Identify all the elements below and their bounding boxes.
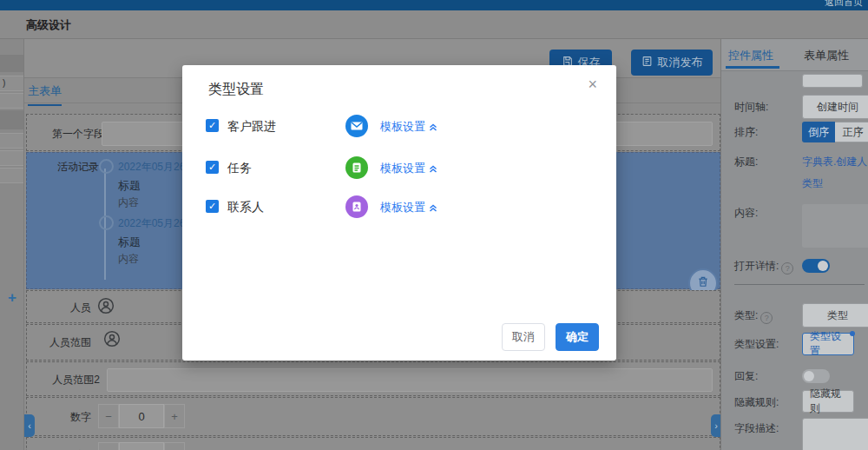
- sort-asc-button[interactable]: 正序: [835, 122, 868, 142]
- stepper-value[interactable]: 0: [119, 442, 164, 450]
- tab-control-properties[interactable]: 控件属性: [728, 48, 773, 63]
- field-label: 数字: [39, 410, 91, 425]
- active-tab-underline: [726, 66, 779, 69]
- help-icon: ?: [781, 262, 793, 275]
- type-item-label: 任务: [227, 161, 252, 176]
- template-settings-link[interactable]: 模板设置: [380, 200, 438, 215]
- field-label: 人员范围2: [39, 373, 100, 387]
- panel-tabs: 控件属性 表单属性: [721, 39, 868, 71]
- type-select[interactable]: 类型: [802, 303, 868, 328]
- title-field-label: 标题:: [734, 155, 758, 169]
- stepper-plus-button[interactable]: +: [164, 404, 185, 428]
- type-item-customer-followup: ✓ 客户跟进 模板设置: [182, 115, 616, 137]
- cancel-publish-button[interactable]: 取消发布: [631, 50, 713, 76]
- field-desc-textarea[interactable]: [802, 418, 868, 450]
- hide-rule-button[interactable]: 隐藏规则: [802, 390, 854, 413]
- component-item[interactable]: [0, 150, 24, 166]
- page-title: 高级设计: [26, 17, 71, 33]
- confirm-button[interactable]: 确定: [556, 323, 599, 351]
- document-icon: [641, 56, 653, 69]
- open-detail-toggle[interactable]: [802, 259, 830, 273]
- type-item-label: 联系人: [227, 200, 264, 215]
- title-link-dict-creator[interactable]: 字典表.创建人: [802, 155, 867, 169]
- sort-segmented-control: 倒序 正序: [802, 122, 868, 142]
- type-setting-label: 类型设置:: [734, 337, 779, 352]
- component-item[interactable]: ): [0, 76, 24, 91]
- chevron-double-up-icon: [428, 163, 438, 174]
- stepper-plus-button[interactable]: +: [164, 442, 185, 450]
- tab-form-properties[interactable]: 表单属性: [804, 48, 849, 63]
- type-item-task: ✓ 任务 模板设置: [182, 156, 616, 179]
- timeline-select[interactable]: 创建时间: [802, 95, 868, 119]
- badge-dot: [850, 331, 855, 336]
- contact-icon: [345, 195, 368, 218]
- mail-icon: [345, 115, 368, 137]
- hide-rule-label: 隐藏规则:: [734, 395, 779, 410]
- field-label: 第一个字段: [39, 127, 104, 142]
- timeline-dot: [99, 159, 114, 174]
- help-icon: ?: [760, 312, 773, 324]
- stepper-value[interactable]: 0: [119, 404, 164, 428]
- timeline-dot: [99, 215, 114, 230]
- reply-label: 回复:: [734, 369, 758, 384]
- stepper-minus-button[interactable]: −: [98, 442, 119, 450]
- checkbox-checked[interactable]: ✓: [206, 119, 219, 132]
- content-field-label: 内容:: [734, 206, 758, 221]
- sort-label: 排序:: [734, 125, 758, 140]
- timeline-title: 标题: [118, 235, 141, 250]
- page-header: 高级设计: [0, 10, 868, 39]
- stepper-minus-button[interactable]: −: [98, 404, 119, 428]
- add-component-button[interactable]: +: [8, 289, 16, 307]
- content-textarea[interactable]: [802, 204, 868, 248]
- sidebar-highlight-row[interactable]: [0, 110, 24, 129]
- type-setting-button[interactable]: 类型设置: [802, 333, 854, 355]
- timeline-content: 内容: [118, 252, 139, 267]
- text-input[interactable]: [107, 368, 713, 392]
- reply-toggle[interactable]: [802, 369, 830, 383]
- type-settings-dialog: 类型设置 × ✓ 客户跟进 模板设置 ✓ 任务 模板设置: [182, 65, 616, 361]
- clipped-control[interactable]: [802, 74, 863, 88]
- open-detail-label: 打开详情:?: [734, 259, 793, 275]
- type-item-contact: ✓ 联系人 模板设置: [182, 195, 616, 218]
- checkbox-checked[interactable]: ✓: [206, 161, 219, 174]
- field-row-number[interactable]: 数字 − 0 +: [26, 397, 720, 436]
- checkbox-checked[interactable]: ✓: [206, 200, 219, 213]
- tab-main-form[interactable]: 主表单: [28, 83, 62, 106]
- sidebar-highlight-row[interactable]: [0, 55, 24, 72]
- collapse-left-handle[interactable]: ‹: [24, 414, 35, 437]
- properties-panel: 控件属性 表单属性 时间轴: 创建时间 排序: 倒序 正序 标题: 字典表.创建…: [720, 39, 868, 450]
- panel-divider: [734, 284, 865, 285]
- close-icon[interactable]: ×: [588, 76, 597, 94]
- type-field-label: 类型:?: [734, 308, 773, 324]
- timeline-title: 标题: [118, 178, 141, 194]
- person-avatar-icon[interactable]: [97, 297, 115, 314]
- chevron-double-up-icon: [428, 202, 438, 213]
- type-item-label: 客户跟进: [227, 119, 276, 135]
- timeline-field-label: 时间轴:: [734, 100, 768, 115]
- component-item[interactable]: [0, 93, 24, 109]
- task-icon: [345, 156, 368, 179]
- trash-icon: [697, 275, 709, 291]
- cancel-button[interactable]: 取消: [502, 323, 545, 351]
- component-sidebar: ) +: [0, 39, 24, 450]
- field-row-person-range2[interactable]: 人员范围2: [26, 361, 720, 396]
- title-link-type[interactable]: 类型: [802, 176, 823, 191]
- sort-desc-button[interactable]: 倒序: [802, 122, 835, 142]
- person-avatar-icon[interactable]: [103, 330, 121, 347]
- template-settings-link[interactable]: 模板设置: [380, 119, 438, 135]
- field-label: 人员范围: [39, 335, 91, 350]
- template-settings-link[interactable]: 模板设置: [380, 161, 438, 176]
- back-home-link[interactable]: 返回首页: [825, 0, 863, 9]
- top-nav-bar: 返回首页: [0, 0, 868, 10]
- field-row-number2[interactable]: 数字2 − 0 +: [26, 437, 720, 450]
- timeline-content: 内容: [118, 195, 139, 210]
- component-item[interactable]: [0, 133, 24, 149]
- field-label: 活动记录: [51, 160, 99, 175]
- dialog-title: 类型设置: [208, 81, 264, 99]
- field-desc-label: 字段描述:: [734, 421, 779, 436]
- component-item[interactable]: [0, 168, 24, 183]
- chevron-double-up-icon: [428, 122, 438, 132]
- field-label: 人员: [39, 301, 91, 315]
